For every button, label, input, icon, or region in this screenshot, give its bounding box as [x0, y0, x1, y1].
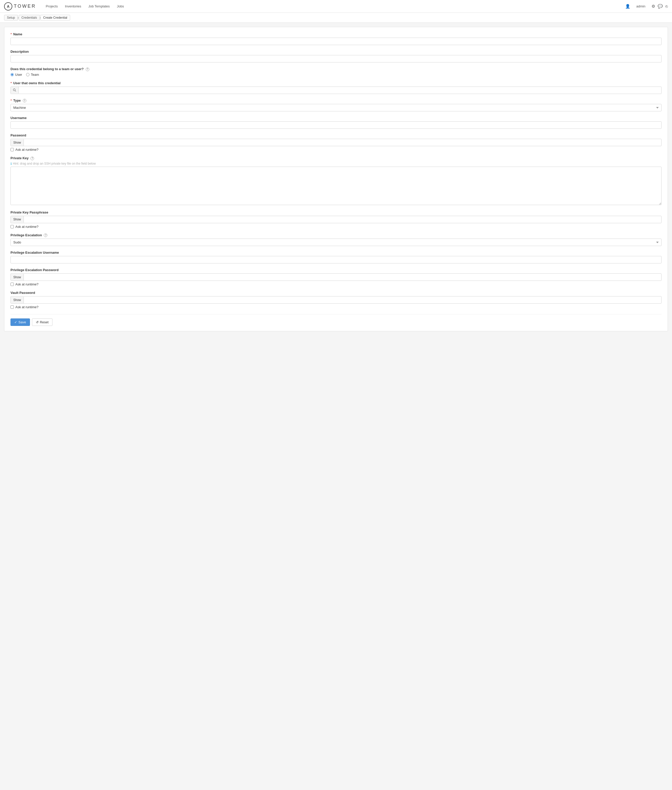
- type-label: * Type ?: [11, 99, 661, 103]
- brand-name: TOWER: [14, 3, 36, 9]
- private-key-passphrase-ask-runtime-label[interactable]: Ask at runtime?: [11, 225, 661, 229]
- privilege-escalation-help-icon[interactable]: ?: [44, 234, 47, 237]
- privilege-escalation-password-input[interactable]: [24, 274, 661, 280]
- chat-icon[interactable]: 💬: [658, 4, 663, 9]
- nav-username[interactable]: admin: [633, 0, 649, 13]
- hint-info-icon: ℹ: [11, 162, 12, 166]
- description-label: Description: [11, 50, 661, 53]
- vault-password-ask-runtime-label[interactable]: Ask at runtime?: [11, 305, 661, 309]
- private-key-passphrase-label: Private Key Passphrase: [11, 210, 661, 214]
- nav-projects[interactable]: Projects: [42, 0, 61, 13]
- navbar-right: 👤 admin ⚙ 💬 ⎋: [625, 0, 668, 13]
- form-actions: ✓ Save ↺ Reset: [11, 314, 661, 326]
- search-svg-icon: [13, 88, 16, 92]
- vault-password-group: Vault Password Show Ask at runtime?: [11, 291, 661, 309]
- private-key-hint: ℹ Hint: drag and drop an SSH private key…: [11, 162, 661, 166]
- description-input[interactable]: [11, 55, 661, 62]
- password-input[interactable]: [24, 139, 661, 146]
- privilege-escalation-password-wrapper: Show: [11, 273, 661, 281]
- private-key-group: Private Key ? ℹ Hint: drag and drop an S…: [11, 156, 661, 206]
- privilege-escalation-username-label: Privilege Escalation Username: [11, 251, 661, 255]
- breadcrumb-current: Create Credential: [40, 15, 70, 21]
- privilege-escalation-username-group: Privilege Escalation Username: [11, 251, 661, 263]
- private-key-textarea[interactable]: [11, 167, 661, 205]
- svg-point-0: [13, 89, 15, 91]
- type-required-star: *: [11, 99, 12, 103]
- type-group: * Type ? Machine Source Control Amazon W…: [11, 99, 661, 112]
- name-label: * Name: [11, 32, 661, 36]
- user-owner-required-star: *: [11, 81, 12, 85]
- name-input[interactable]: [11, 38, 661, 45]
- breadcrumb: Setup › Credentials › Create Credential: [0, 13, 672, 23]
- belongs-to-group: Does this credential belong to a team or…: [11, 67, 661, 77]
- radio-user[interactable]: [11, 73, 14, 76]
- main-nav: Projects Inventories Job Templates Jobs: [42, 0, 625, 13]
- vault-password-label: Vault Password: [11, 291, 661, 295]
- private-key-passphrase-input[interactable]: [24, 216, 661, 223]
- password-ask-runtime-checkbox[interactable]: [11, 148, 14, 151]
- password-wrapper: Show: [11, 139, 661, 146]
- privilege-escalation-label: Privilege Escalation ?: [11, 233, 661, 237]
- private-key-passphrase-ask-runtime-checkbox[interactable]: [11, 225, 14, 228]
- reset-button[interactable]: ↺ Reset: [32, 319, 53, 326]
- password-label: Password: [11, 133, 661, 137]
- private-key-help-icon[interactable]: ?: [30, 157, 34, 160]
- breadcrumb-chevron-2: ›: [39, 15, 41, 20]
- svg-line-1: [15, 91, 16, 91]
- privilege-escalation-password-ask-runtime-checkbox[interactable]: [11, 283, 14, 286]
- vault-password-show-button[interactable]: Show: [11, 297, 24, 303]
- password-show-button[interactable]: Show: [11, 139, 24, 146]
- user-icon: 👤: [625, 4, 630, 9]
- nav-inventories[interactable]: Inventories: [61, 0, 85, 13]
- logout-icon[interactable]: ⎋: [666, 4, 668, 9]
- username-input[interactable]: [11, 121, 661, 129]
- belongs-to-help-icon[interactable]: ?: [86, 67, 89, 71]
- user-owner-search-wrapper: [11, 87, 661, 94]
- private-key-passphrase-group: Private Key Passphrase Show Ask at runti…: [11, 210, 661, 229]
- breadcrumb-chevron-1: ›: [18, 15, 19, 20]
- radio-user-label[interactable]: User: [11, 73, 22, 77]
- user-owner-label: * User that owns this credential: [11, 81, 661, 85]
- main-content: * Name Description Does this credential …: [0, 23, 672, 335]
- username-group: Username: [11, 116, 661, 129]
- radio-team[interactable]: [26, 73, 29, 76]
- privilege-escalation-password-show-button[interactable]: Show: [11, 274, 24, 280]
- name-group: * Name: [11, 32, 661, 45]
- radio-team-label[interactable]: Team: [26, 73, 39, 77]
- user-owner-search-input[interactable]: [19, 87, 661, 94]
- password-ask-runtime-label[interactable]: Ask at runtime?: [11, 148, 661, 152]
- privilege-escalation-select[interactable]: Sudo su pbrun pfexec: [11, 239, 661, 246]
- username-label: Username: [11, 116, 661, 120]
- privilege-escalation-password-label: Privilege Escalation Password: [11, 268, 661, 272]
- private-key-label: Private Key ?: [11, 156, 661, 160]
- settings-icon[interactable]: ⚙: [651, 4, 655, 9]
- privilege-escalation-username-input[interactable]: [11, 256, 661, 263]
- save-button[interactable]: ✓ Save: [11, 319, 30, 326]
- privilege-escalation-group: Privilege Escalation ? Sudo su pbrun pfe…: [11, 233, 661, 246]
- form-card: * Name Description Does this credential …: [4, 27, 668, 331]
- type-help-icon[interactable]: ?: [23, 99, 26, 103]
- vault-password-input[interactable]: [24, 296, 661, 303]
- belongs-to-radio-group: User Team: [11, 73, 661, 77]
- private-key-passphrase-show-button[interactable]: Show: [11, 216, 24, 223]
- name-required-star: *: [11, 32, 12, 36]
- belongs-to-label: Does this credential belong to a team or…: [11, 67, 661, 71]
- user-owner-group: * User that owns this credential: [11, 81, 661, 94]
- save-icon: ✓: [14, 320, 17, 324]
- privilege-escalation-password-ask-runtime-label[interactable]: Ask at runtime?: [11, 282, 661, 286]
- private-key-passphrase-wrapper: Show: [11, 216, 661, 223]
- type-select[interactable]: Machine Source Control Amazon Web Servic…: [11, 104, 661, 111]
- brand-logo: A: [4, 2, 12, 11]
- breadcrumb-credentials[interactable]: Credentials: [19, 15, 40, 21]
- navbar: A TOWER Projects Inventories Job Templat…: [0, 0, 672, 13]
- user-owner-search-icon[interactable]: [11, 87, 19, 93]
- reset-icon: ↺: [36, 320, 38, 324]
- vault-password-wrapper: Show: [11, 296, 661, 304]
- nav-job-templates[interactable]: Job Templates: [85, 0, 114, 13]
- description-group: Description: [11, 50, 661, 62]
- nav-jobs[interactable]: Jobs: [114, 0, 128, 13]
- vault-password-ask-runtime-checkbox[interactable]: [11, 305, 14, 309]
- privilege-escalation-password-group: Privilege Escalation Password Show Ask a…: [11, 268, 661, 286]
- breadcrumb-setup[interactable]: Setup: [4, 15, 18, 21]
- password-group: Password Show Ask at runtime?: [11, 133, 661, 152]
